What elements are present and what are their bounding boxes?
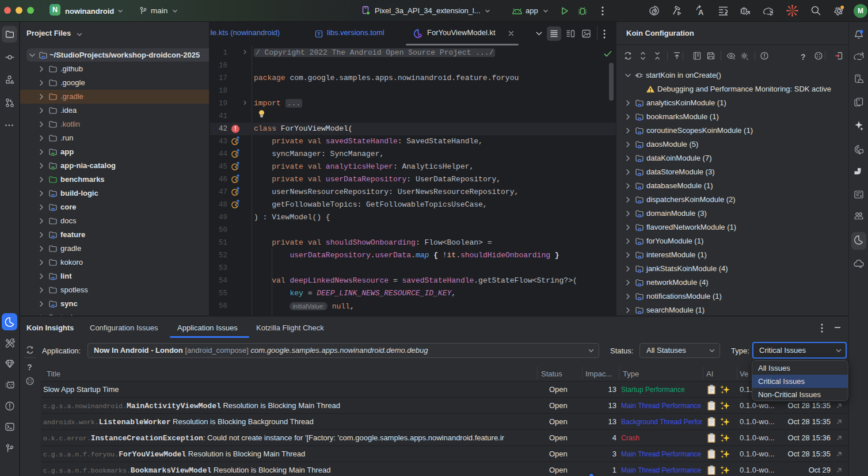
svg-text:A: A [698, 8, 704, 17]
